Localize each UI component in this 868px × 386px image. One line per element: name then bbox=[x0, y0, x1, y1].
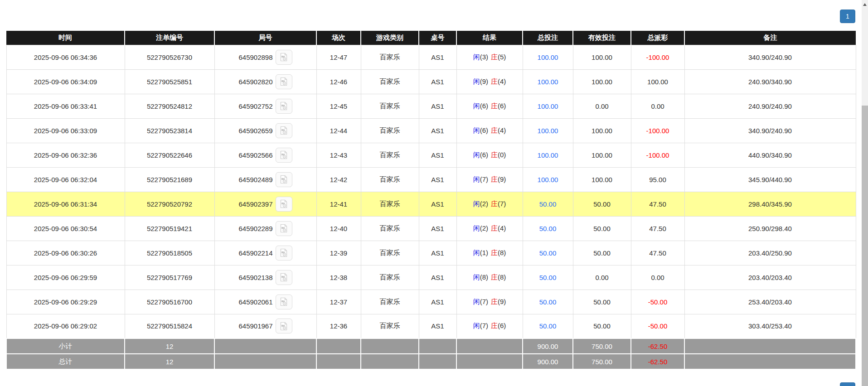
cell-session: 12-37 bbox=[316, 290, 361, 314]
cell-order-number: 522790523814 bbox=[125, 118, 214, 143]
result-player-points: (7) bbox=[480, 175, 488, 183]
column-header-2: 局号 bbox=[214, 31, 316, 45]
cell-round-number: 645902138 bbox=[214, 265, 316, 290]
cell-time: 2025-09-06 06:34:09 bbox=[6, 69, 125, 94]
cell-table-number: AS1 bbox=[419, 314, 456, 338]
cell-game-type: 百家乐 bbox=[361, 290, 419, 314]
round-number-group: 645902289 bbox=[217, 221, 315, 236]
cell-game-type: 百家乐 bbox=[361, 94, 419, 118]
cell-table-number: AS1 bbox=[419, 241, 456, 265]
cell-session: 12-41 bbox=[316, 192, 361, 216]
video-replay-button[interactable] bbox=[276, 294, 292, 309]
cell-result: 闲(6)庄(6) bbox=[456, 94, 523, 118]
video-replay-button[interactable] bbox=[276, 74, 292, 89]
summary-count: 12 bbox=[125, 338, 214, 354]
cell-time: 2025-09-06 06:32:36 bbox=[6, 143, 125, 167]
video-replay-button[interactable] bbox=[276, 50, 292, 65]
cell-total-payout: -100.00 bbox=[631, 143, 684, 167]
summary-total-bet: 900.00 bbox=[523, 338, 573, 354]
cell-total-payout: -50.00 bbox=[631, 314, 684, 338]
result-player-points: (6) bbox=[480, 126, 488, 134]
cell-valid-bet: 100.00 bbox=[573, 143, 631, 167]
cell-remark: 203.40/203.40 bbox=[684, 265, 856, 290]
table-row: 2025-09-06 06:32:04522790521689645902489… bbox=[6, 167, 856, 192]
cell-round-number: 645902061 bbox=[214, 290, 316, 314]
video-replay-button[interactable] bbox=[276, 246, 292, 261]
cell-round-number: 645901967 bbox=[214, 314, 316, 338]
cell-table-number: AS1 bbox=[419, 118, 456, 143]
cell-session: 12-36 bbox=[316, 314, 361, 338]
betting-records-table: 时间注单编号局号场次游戏类别桌号结果总投注有效投注总派彩备注 2025-09-0… bbox=[6, 31, 856, 370]
video-replay-button[interactable] bbox=[276, 270, 292, 285]
cell-total-payout: -100.00 bbox=[631, 45, 684, 69]
round-number-text: 645901967 bbox=[238, 322, 272, 330]
result-banker-label: 庄 bbox=[491, 200, 498, 207]
result-player-label: 闲 bbox=[473, 175, 480, 183]
result-banker-label: 庄 bbox=[491, 273, 498, 281]
pagination-page-1-button-bottom[interactable]: 1 bbox=[840, 382, 855, 386]
cell-game-type: 百家乐 bbox=[361, 45, 419, 69]
result-player-label: 闲 bbox=[473, 249, 480, 256]
column-header-1: 注单编号 bbox=[125, 31, 214, 45]
cell-table-number: AS1 bbox=[419, 167, 456, 192]
video-replay-button[interactable] bbox=[276, 148, 292, 163]
cell-result: 闲(7)庄(6) bbox=[456, 314, 523, 338]
cell-remark: 340.90/240.90 bbox=[684, 118, 856, 143]
summary-empty-game bbox=[361, 338, 419, 354]
result-player-label: 闲 bbox=[473, 151, 480, 159]
pagination-page-1-button[interactable]: 1 bbox=[840, 10, 855, 23]
result-banker-points: (9) bbox=[498, 175, 506, 183]
cell-round-number: 645902898 bbox=[214, 45, 316, 69]
round-number-group: 645902659 bbox=[217, 123, 315, 138]
table-row: 2025-09-06 06:29:59522790517769645902138… bbox=[6, 265, 856, 290]
summary-empty-table bbox=[419, 338, 456, 354]
total-row: 总计12900.00750.00-62.50 bbox=[6, 354, 856, 369]
video-replay-button[interactable] bbox=[276, 99, 292, 114]
result-player-label: 闲 bbox=[473, 224, 480, 232]
cell-table-number: AS1 bbox=[419, 290, 456, 314]
cell-table-number: AS1 bbox=[419, 45, 456, 69]
cell-total-bet: 50.00 bbox=[523, 290, 573, 314]
cell-result: 闲(6)庄(0) bbox=[456, 143, 523, 167]
summary-empty-remark bbox=[684, 338, 856, 354]
cell-result: 闲(7)庄(9) bbox=[456, 290, 523, 314]
cell-valid-bet: 100.00 bbox=[573, 69, 631, 94]
round-number-group: 645902898 bbox=[217, 50, 315, 65]
video-replay-button[interactable] bbox=[276, 172, 292, 187]
table-row: 2025-09-06 06:34:36522790526730645902898… bbox=[6, 45, 856, 69]
result-banker-label: 庄 bbox=[491, 77, 498, 85]
video-replay-button[interactable] bbox=[276, 197, 292, 212]
cell-game-type: 百家乐 bbox=[361, 241, 419, 265]
video-replay-button[interactable] bbox=[276, 318, 292, 333]
cell-time: 2025-09-06 06:29:29 bbox=[6, 290, 125, 314]
table-row: 2025-09-06 06:30:54522790519421645902289… bbox=[6, 216, 856, 241]
scrollbar-thumb[interactable] bbox=[862, 106, 868, 386]
cell-total-bet: 100.00 bbox=[523, 143, 573, 167]
cell-game-type: 百家乐 bbox=[361, 167, 419, 192]
result-player-points: (3) bbox=[480, 53, 488, 61]
cell-total-payout: 0.00 bbox=[631, 94, 684, 118]
round-number-text: 645902659 bbox=[238, 127, 272, 135]
result-player-points: (9) bbox=[480, 77, 488, 85]
video-replay-button[interactable] bbox=[276, 221, 292, 236]
round-number-group: 645901967 bbox=[217, 318, 315, 333]
table-body: 2025-09-06 06:34:36522790526730645902898… bbox=[6, 45, 856, 369]
cell-remark: 340.90/240.90 bbox=[684, 45, 856, 69]
round-number-group: 645902489 bbox=[217, 172, 315, 187]
round-number-text: 645902898 bbox=[238, 53, 272, 61]
summary-empty-game bbox=[361, 354, 419, 369]
cell-round-number: 645902820 bbox=[214, 69, 316, 94]
vertical-scrollbar[interactable] bbox=[862, 0, 868, 386]
cell-total-bet: 100.00 bbox=[523, 167, 573, 192]
table-row: 2025-09-06 06:34:09522790525851645902820… bbox=[6, 69, 856, 94]
cell-time: 2025-09-06 06:33:09 bbox=[6, 118, 125, 143]
result-banker-label: 庄 bbox=[491, 126, 498, 134]
cell-remark: 240.90/340.90 bbox=[684, 69, 856, 94]
result-banker-points: (8) bbox=[498, 249, 506, 256]
cell-result: 闲(2)庄(7) bbox=[456, 192, 523, 216]
scrollbar-up-arrow-icon[interactable] bbox=[863, 3, 867, 6]
round-number-group: 645902566 bbox=[217, 148, 315, 163]
cell-valid-bet: 100.00 bbox=[573, 45, 631, 69]
cell-remark: 303.40/253.40 bbox=[684, 314, 856, 338]
video-replay-button[interactable] bbox=[276, 123, 292, 138]
